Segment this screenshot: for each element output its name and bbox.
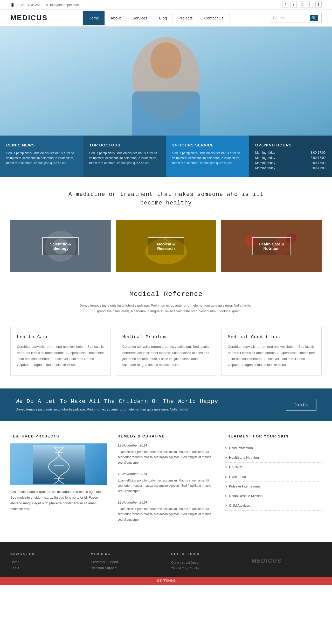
footer-logo-col: MEDICUS	[252, 552, 322, 572]
nav-blog[interactable]: Blog	[153, 11, 173, 25]
footer-nav-home[interactable]: Home	[10, 560, 80, 564]
search-button[interactable]: 🔍	[310, 15, 318, 21]
email-contact: ✉ info@example.com	[46, 3, 79, 7]
info-box-hours-title: OPENING HOURS	[255, 143, 326, 147]
watermark-text: 前往下载模板	[157, 579, 175, 583]
feature-healthcare[interactable]: Health Care &Nutrition	[221, 220, 322, 272]
banner-content: We Do A Let To Make All The Childern Of …	[16, 398, 275, 411]
email-icon: ✉	[46, 3, 49, 7]
treatment-item-label-2: HIV/AIDS	[229, 465, 244, 469]
hour-day-1: Morning-friday	[255, 151, 275, 154]
footer-nav-about[interactable]: About	[10, 566, 80, 570]
twitter-icon[interactable]: t	[290, 2, 297, 8]
treatment-item-0[interactable]: > Child Protection	[225, 443, 322, 453]
treatment-item-1[interactable]: > Health and Nutrition	[225, 453, 322, 463]
remedy-col: REMEDY & CURATIVE 12 November, 2014 Etia…	[117, 434, 214, 529]
linkedin-icon[interactable]: in	[307, 2, 313, 8]
treatment-item-label-1: Health and Nutrition	[229, 456, 259, 459]
treatment-col: TREATMENT FOR YOUR SKIN > Child Protecti…	[225, 434, 322, 529]
feature-medical-label: Medical &Research	[148, 237, 184, 255]
facebook-icon[interactable]: f	[282, 2, 288, 8]
featured-project-image	[10, 443, 107, 485]
remedy-entry-1: 12 November, 2014 Etiam efficitur portti…	[117, 443, 214, 465]
treatment-title: TREATMENT FOR YOUR SKIN	[225, 434, 322, 438]
footer-platinum-support[interactable]: Platinum Support	[91, 566, 161, 570]
tagline-section: A medicine or treatment that makes someo…	[0, 177, 332, 215]
svg-point-2	[150, 42, 182, 79]
phone-number: + 121 04231254	[16, 3, 40, 7]
arrow-icon-6: >	[225, 504, 227, 508]
nav-about[interactable]: About	[105, 11, 127, 25]
nav-services[interactable]: Services	[127, 11, 154, 25]
footer-nav-title: NAVIGATION	[10, 552, 80, 556]
banner-section: We Do A Let To Make All The Childern Of …	[0, 388, 332, 421]
hour-time-3: 8:00-17:00	[311, 161, 326, 165]
featured-projects-col: FEATURED PROJECTS	[10, 434, 107, 529]
hour-time-2: 8:00-17:00	[311, 156, 326, 160]
info-box-news-text: Sed ut perspiciatis unde omnis iste natu…	[6, 151, 77, 166]
treatment-item-label-5: Union Rescue Mission	[229, 494, 262, 498]
top-bar: 📱 + 121 04231254 ✉ info@example.com f t …	[0, 0, 332, 10]
footer-contact-title: GET IN TOUCH	[171, 552, 241, 556]
featured-section: FEATURED PROJECTS	[0, 421, 332, 542]
info-boxes: CLINIC NEWS Sed ut perspiciatis unde omn…	[0, 136, 332, 177]
featured-projects-title: FEATURED PROJECTS	[10, 434, 107, 438]
nav-contact[interactable]: Contact Us	[198, 11, 229, 25]
hero-section	[0, 27, 332, 136]
hero-background	[0, 27, 332, 136]
treatment-item-label-6: Child Attivities	[229, 504, 250, 507]
phone-icon: 📱	[10, 3, 15, 7]
card-problem-title: Medical Problem	[122, 335, 210, 339]
treatment-list: > Child Protection > Health and Nutritio…	[225, 443, 322, 511]
remedy-date-1: 12 November, 2014	[117, 443, 214, 447]
treatment-item-6[interactable]: > Child Attivities	[225, 501, 322, 511]
remedy-entry-3: 12 November, 2014 Etiam efficitur portti…	[117, 500, 214, 522]
site-logo: MEDICUS	[10, 10, 47, 26]
treatment-item-5[interactable]: > Union Rescue Mission	[225, 491, 322, 501]
card-health-care: Health Care Curabitur convallis rutrum e…	[10, 327, 111, 376]
feature-medical[interactable]: $ Medical &Research	[116, 220, 216, 272]
wifi-icon[interactable]: ☉	[299, 2, 305, 8]
card-medical-conditions: Medical Conditions Curabitur convallis r…	[221, 327, 322, 376]
feature-scientific-label: Scientific &ideology	[42, 237, 79, 255]
card-health-title: Health Care	[17, 335, 104, 339]
card-medical-problem: Medical Problem Curabitur convallis rutr…	[116, 327, 216, 376]
info-box-news: CLINIC NEWS Sed ut perspiciatis unde omn…	[0, 136, 83, 177]
footer-logo: MEDICUS	[252, 557, 322, 564]
cards-section: Health Care Curabitur convallis rutrum e…	[0, 319, 332, 388]
treatment-item-4[interactable]: > Kidsave International	[225, 482, 322, 491]
info-box-service: 24 HOURS SERVICE Sed ut perspiciatis und…	[166, 136, 249, 177]
hour-time-1: 8:00-17:00	[311, 151, 326, 154]
treatment-item-3[interactable]: > Livelihoods	[225, 472, 322, 482]
banner-title: We Do A Let To Make All The Childern Of …	[16, 398, 275, 405]
card-conditions-text: Curabitur convallis rutrum erat nec vest…	[228, 344, 315, 368]
hour-day-3: Morning-friday	[255, 161, 275, 165]
treatment-item-2[interactable]: > HIV/AIDS	[225, 463, 322, 472]
info-box-doctors-text: Sed ut perspiciatis unde omnis iste natu…	[89, 151, 160, 166]
remedy-text-2: Etiam efficitur porttitor tortor nec acc…	[117, 478, 214, 494]
feature-scientific[interactable]: Scientific &ideology	[10, 220, 111, 272]
arrow-icon-4: >	[225, 484, 227, 489]
skype-icon[interactable]: S	[315, 2, 322, 8]
arrow-icon-1: >	[225, 456, 227, 460]
medical-ref-section: Medical Reference Donec tempus justo qui…	[0, 277, 332, 319]
info-box-service-title: 24 HOURS SERVICE	[172, 143, 243, 147]
arrow-icon-2: >	[225, 465, 227, 469]
hour-time-4: 8:00-17:00	[311, 166, 326, 170]
remedy-date-3: 12 November, 2014	[117, 500, 214, 504]
info-box-doctors-title: TOP DOCTORS	[89, 143, 160, 147]
footer-members-title: MEMBERS	[91, 552, 161, 556]
nav-projects[interactable]: Projects	[173, 11, 198, 25]
join-us-button[interactable]: Join Us	[286, 399, 316, 411]
banner-text: Donec tempus justo quis justo lobortis p…	[16, 407, 275, 411]
footer-customer-support[interactable]: Customer Support	[91, 560, 161, 564]
info-box-hours: OPENING HOURS Morning-friday 8:00-17:00 …	[249, 136, 332, 177]
card-health-text: Curabitur convallis rutrum erat nec vest…	[17, 344, 104, 368]
search-box: 🔍	[270, 13, 322, 23]
footer-nav-col: NAVIGATION Home About	[10, 552, 80, 572]
treatment-item-label-3: Livelihoods	[229, 475, 246, 479]
nav-home[interactable]: Home	[82, 11, 105, 25]
search-input[interactable]	[273, 16, 310, 20]
info-box-service-text: Sed ut perspiciatis unde omnis iste natu…	[172, 151, 243, 166]
treatment-item-label-0: Child Protection	[229, 446, 253, 450]
